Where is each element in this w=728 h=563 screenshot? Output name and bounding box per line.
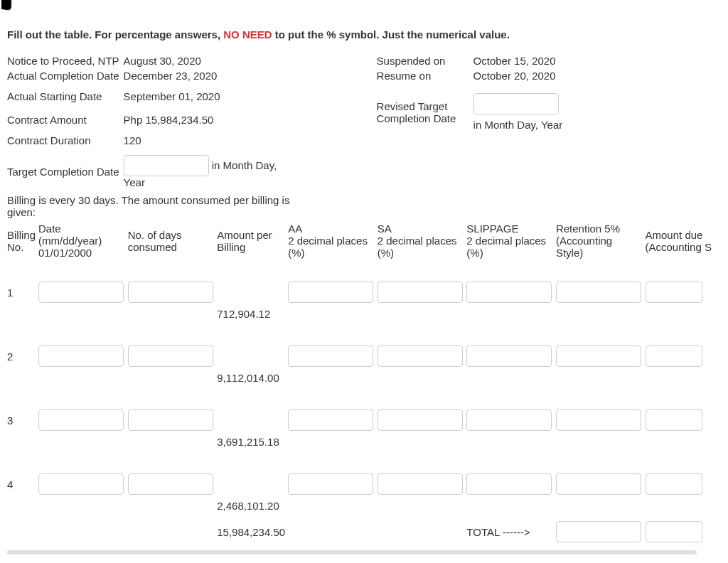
revised-target-completion-input[interactable] bbox=[473, 93, 559, 114]
aa-input[interactable] bbox=[288, 473, 373, 495]
resume-label: Resume on bbox=[377, 68, 473, 83]
total-amount-due-input[interactable] bbox=[646, 521, 702, 542]
table-row: 1712,904.12 bbox=[7, 260, 721, 324]
ntp-value: August 30, 2020 bbox=[124, 53, 291, 68]
instruction-text: Fill out the table. For percentage answe… bbox=[7, 28, 721, 41]
total-amount: 15,984,234.50 bbox=[217, 516, 288, 546]
amount-due-input[interactable] bbox=[646, 345, 702, 367]
table-row: 33,691,215.18 bbox=[7, 388, 721, 452]
amount-per-billing: 3,691,215.18 bbox=[217, 388, 288, 452]
suspended-value: October 15, 2020 bbox=[473, 53, 567, 68]
billing-no: 1 bbox=[7, 260, 38, 324]
amount-per-billing: 9,112,014.00 bbox=[217, 324, 288, 388]
cd-value: 120 bbox=[124, 127, 291, 148]
horizontal-scrollbar[interactable] bbox=[7, 550, 697, 554]
sa-input[interactable] bbox=[378, 282, 463, 303]
billing-no: 4 bbox=[7, 452, 38, 516]
date-input[interactable] bbox=[38, 409, 124, 431]
total-row: 15,984,234.50TOTAL ------> bbox=[7, 516, 721, 546]
sa-input[interactable] bbox=[378, 345, 463, 367]
days-input[interactable] bbox=[128, 409, 213, 431]
total-retention-input[interactable] bbox=[556, 521, 641, 542]
suspended-label: Suspended on bbox=[377, 53, 473, 68]
ntp-label: Notice to Proceed, NTP bbox=[7, 53, 124, 68]
rtcd-label: Revised Target Completion Date bbox=[377, 83, 473, 132]
col-aa: AA 2 decimal places (%) bbox=[288, 221, 378, 260]
tcd-label: Target Completion Date bbox=[7, 148, 124, 190]
ca-value: Php 15,984,234.50 bbox=[124, 104, 291, 127]
col-sa: SA 2 decimal places (%) bbox=[378, 221, 467, 260]
date-input[interactable] bbox=[38, 473, 124, 495]
slippage-input[interactable] bbox=[466, 282, 552, 303]
table-row: 42,468,101.20 bbox=[7, 452, 721, 516]
acd-value: December 23, 2020 bbox=[124, 68, 291, 83]
instr-emphasis: NO NEED bbox=[223, 28, 272, 41]
retention-input[interactable] bbox=[556, 473, 641, 495]
asd-value: September 01, 2020 bbox=[124, 83, 291, 104]
rtcd-hint: in Month Day, Year bbox=[473, 119, 563, 131]
meta-right-table: Suspended on October 15, 2020 Resume on … bbox=[377, 53, 567, 132]
amount-due-input[interactable] bbox=[646, 473, 702, 495]
slippage-input[interactable] bbox=[466, 345, 552, 367]
slippage-input[interactable] bbox=[466, 473, 552, 495]
target-completion-input[interactable] bbox=[124, 155, 209, 176]
slippage-input[interactable] bbox=[466, 409, 552, 431]
retention-input[interactable] bbox=[556, 409, 641, 431]
date-input[interactable] bbox=[38, 345, 124, 367]
retention-input[interactable] bbox=[556, 345, 641, 367]
amount-due-input[interactable] bbox=[646, 282, 702, 303]
page-corner-indicator bbox=[1, 0, 11, 11]
days-input[interactable] bbox=[128, 473, 213, 495]
aa-input[interactable] bbox=[288, 409, 373, 431]
table-row: 29,112,014.00 bbox=[7, 324, 721, 388]
col-billing-no: Billing No. bbox=[7, 221, 38, 260]
col-amount-per-billing: Amount per Billing bbox=[217, 221, 288, 260]
sa-input[interactable] bbox=[378, 473, 463, 495]
acd-label: Actual Completion Date bbox=[7, 68, 124, 83]
instr-pre: Fill out the table. For percentage answe… bbox=[7, 28, 223, 41]
billing-note: Billing is every 30 days. The amount con… bbox=[7, 194, 291, 218]
aa-input[interactable] bbox=[288, 282, 373, 303]
aa-input[interactable] bbox=[288, 345, 373, 367]
col-date: Date (mm/dd/year) 01/01/2000 bbox=[38, 221, 128, 260]
total-label: TOTAL ------> bbox=[466, 516, 556, 546]
cd-label: Contract Duration bbox=[7, 127, 124, 148]
instr-post: to put the % symbol. Just the numerical … bbox=[272, 28, 510, 41]
days-input[interactable] bbox=[128, 282, 213, 303]
amount-due-input[interactable] bbox=[646, 409, 702, 431]
ca-label: Contract Amount bbox=[7, 104, 124, 127]
meta-left-table: Notice to Proceed, NTP August 30, 2020 A… bbox=[7, 53, 291, 190]
col-amount-due: Amount due (Accounting S bbox=[646, 221, 721, 260]
date-input[interactable] bbox=[38, 282, 124, 303]
billing-table: Billing No. Date (mm/dd/year) 01/01/2000… bbox=[7, 221, 721, 546]
retention-input[interactable] bbox=[556, 282, 641, 303]
amount-per-billing: 2,468,101.20 bbox=[217, 452, 288, 516]
col-slippage: SLIPPAGE 2 decimal places (%) bbox=[466, 221, 556, 260]
col-retention: Retention 5% (Accounting Style) bbox=[556, 221, 646, 260]
resume-value: October 20, 2020 bbox=[473, 68, 567, 83]
billing-no: 3 bbox=[7, 388, 38, 452]
days-input[interactable] bbox=[128, 345, 213, 367]
billing-no: 2 bbox=[7, 324, 38, 388]
asd-label: Actual Starting Date bbox=[7, 83, 124, 104]
amount-per-billing: 712,904.12 bbox=[217, 260, 288, 324]
col-days: No. of days consumed bbox=[128, 221, 218, 260]
sa-input[interactable] bbox=[378, 409, 463, 431]
